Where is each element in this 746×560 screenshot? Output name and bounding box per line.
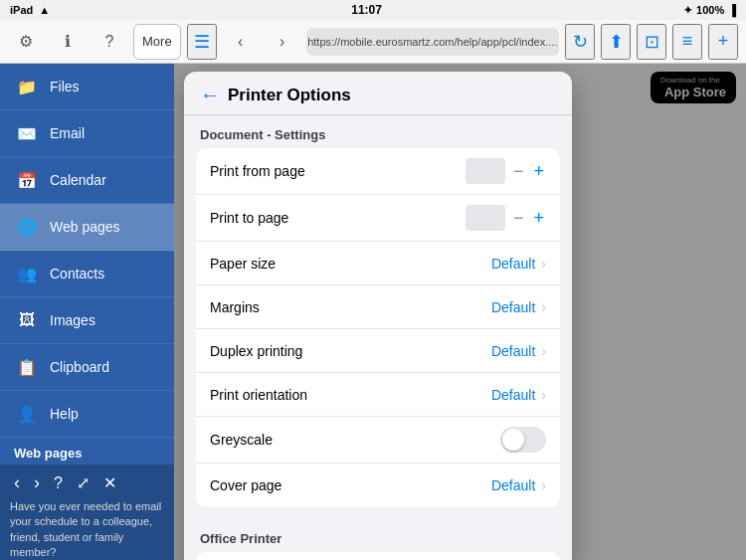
sidebar-item-images[interactable]: 🖼 Images xyxy=(0,297,174,344)
status-bar: iPad ▲ 11:07 ✦ 100% ▐ xyxy=(0,0,746,20)
margins-label: Margins xyxy=(210,299,491,315)
nav-help-button[interactable]: ? xyxy=(50,472,67,494)
print-from-page-decrement[interactable]: − xyxy=(511,161,526,182)
greyscale-toggle[interactable] xyxy=(500,427,546,453)
sidebar-item-label-contacts: Contacts xyxy=(50,266,104,281)
print-from-page-label: Print from page xyxy=(210,163,466,179)
print-orientation-row[interactable]: Print orientation Default › xyxy=(196,373,560,417)
nav-next-button[interactable]: › xyxy=(30,470,44,495)
greyscale-label: Greyscale xyxy=(210,432,500,448)
cover-page-value: Default xyxy=(491,477,535,493)
bluetooth-icon: ✦ xyxy=(683,4,692,17)
office-printer-group: Paper Tray Default › From name xyxy=(196,552,560,560)
paper-size-chevron: › xyxy=(541,256,546,272)
ipad-label: iPad xyxy=(10,4,33,16)
cover-page-row[interactable]: Cover page Default › xyxy=(196,464,560,507)
status-time: 11:07 xyxy=(351,3,382,17)
sidebar-item-label-email: Email xyxy=(50,125,85,141)
margins-value-group: Default › xyxy=(491,299,546,315)
refresh-button[interactable]: ↻ xyxy=(565,24,595,60)
reader-button[interactable]: ≡ xyxy=(672,24,702,60)
email-icon: ✉️ xyxy=(14,120,40,146)
cover-page-value-group: Default › xyxy=(491,477,546,493)
print-to-page-decrement[interactable]: − xyxy=(511,208,526,229)
document-settings-group: Print from page − + Print to page − xyxy=(196,148,560,507)
duplex-printing-value-group: Default › xyxy=(491,343,546,359)
sidebar-item-contacts[interactable]: 👥 Contacts xyxy=(0,251,174,297)
content-area: Download on the App Store but we recomme… xyxy=(174,64,746,560)
sidebar-item-label-files: Files xyxy=(50,79,80,94)
back-button[interactable]: ‹ xyxy=(223,24,259,60)
print-to-page-label: Print to page xyxy=(210,210,466,226)
print-to-page-value xyxy=(466,205,505,231)
panel-back-button[interactable]: ← xyxy=(200,84,220,106)
more-button[interactable]: More xyxy=(133,24,181,60)
print-from-page-value xyxy=(466,158,505,184)
info-button[interactable]: ℹ xyxy=(50,24,86,60)
cover-page-label: Cover page xyxy=(210,477,491,493)
sidebar-item-label-clipboard: Clipboard xyxy=(50,359,109,375)
office-printer-section-header: Office Printer xyxy=(184,519,572,552)
paper-size-row[interactable]: Paper size Default › xyxy=(196,242,560,285)
battery-icon: ▐ xyxy=(728,4,736,16)
bookmark-button[interactable]: ⊡ xyxy=(637,24,666,60)
duplex-printing-chevron: › xyxy=(541,343,546,359)
print-orientation-chevron: › xyxy=(541,387,546,403)
sidebar-item-calendar[interactable]: 📅 Calendar xyxy=(0,157,174,204)
print-from-page-increment[interactable]: + xyxy=(531,161,546,182)
sidebar-item-clipboard[interactable]: 📋 Clipboard xyxy=(0,344,174,391)
nav-close-button[interactable]: ✕ xyxy=(99,471,120,494)
files-icon: 📁 xyxy=(14,74,40,99)
print-orientation-value: Default xyxy=(491,387,535,403)
paper-tray-row[interactable]: Paper Tray Default › xyxy=(196,552,560,560)
print-from-page-row: Print from page − + xyxy=(196,148,560,195)
sidebar-item-email[interactable]: ✉️ Email xyxy=(0,110,174,157)
greyscale-toggle-knob xyxy=(502,429,524,451)
nav-expand-button[interactable]: ⤢ xyxy=(73,471,93,494)
clipboard-icon: 📋 xyxy=(14,354,40,380)
url-bar[interactable]: https://mobile.eurosmartz.com/help/app/p… xyxy=(306,28,559,56)
cover-page-chevron: › xyxy=(541,477,546,493)
print-to-page-increment[interactable]: + xyxy=(531,208,546,229)
paper-size-value-group: Default › xyxy=(491,256,546,272)
status-right: ✦ 100% ▐ xyxy=(683,4,736,17)
sidebar: 📁 Files ✉️ Email 📅 Calendar 🌐 Web pages … xyxy=(0,64,174,560)
print-to-page-row: Print to page − + xyxy=(196,195,560,242)
panel-header: ← Printer Options xyxy=(184,72,572,115)
sidebar-item-help[interactable]: 👤 Help xyxy=(0,391,174,438)
duplex-printing-row[interactable]: Duplex printing Default › xyxy=(196,329,560,373)
help-button[interactable]: ? xyxy=(92,24,127,60)
navigation-bar: ⚙ ℹ ? More ☰ ‹ › https://mobile.eurosmar… xyxy=(0,20,746,64)
print-to-page-controls: − + xyxy=(466,205,546,231)
paper-size-label: Paper size xyxy=(210,256,491,272)
greyscale-toggle-group xyxy=(500,427,546,453)
document-section-header: Document - Settings xyxy=(184,115,572,148)
sidebar-item-label-calendar: Calendar xyxy=(50,172,106,188)
share-button[interactable]: ⬆ xyxy=(601,24,631,60)
sidebar-item-label-help: Help xyxy=(50,406,79,422)
settings-button[interactable]: ⚙ xyxy=(8,24,44,60)
url-text: https://mobile.eurosmartz.com/help/app/p… xyxy=(307,36,557,48)
sidebar-item-files[interactable]: 📁 Files xyxy=(0,64,174,110)
modal-overlay: ← Printer Options Document - Settings Pr… xyxy=(174,64,746,560)
help-user-icon: 👤 xyxy=(14,401,40,427)
main-layout: 📁 Files ✉️ Email 📅 Calendar 🌐 Web pages … xyxy=(0,64,746,560)
sidebar-item-label-images: Images xyxy=(50,312,95,328)
nav-prev-button[interactable]: ‹ xyxy=(10,470,24,495)
images-icon: 🖼 xyxy=(14,307,40,333)
duplex-printing-value: Default xyxy=(491,343,535,359)
menu-icon[interactable]: ☰ xyxy=(187,24,217,60)
forward-button[interactable]: › xyxy=(265,24,300,60)
webpages-icon: 🌐 xyxy=(14,214,40,240)
print-orientation-value-group: Default › xyxy=(491,387,546,403)
contacts-icon: 👥 xyxy=(14,261,40,286)
margins-row[interactable]: Margins Default › xyxy=(196,285,560,329)
sidebar-item-webpages[interactable]: 🌐 Web pages xyxy=(0,204,174,251)
new-tab-button[interactable]: + xyxy=(708,24,738,60)
sidebar-bottom-nav: ‹ › ? ⤢ ✕ xyxy=(10,470,164,495)
sidebar-item-label-webpages: Web pages xyxy=(50,219,120,235)
sidebar-section-title: Web pages xyxy=(0,438,174,465)
paper-size-value: Default xyxy=(491,256,535,272)
print-orientation-label: Print orientation xyxy=(210,387,491,403)
panel-title: Printer Options xyxy=(228,86,351,105)
